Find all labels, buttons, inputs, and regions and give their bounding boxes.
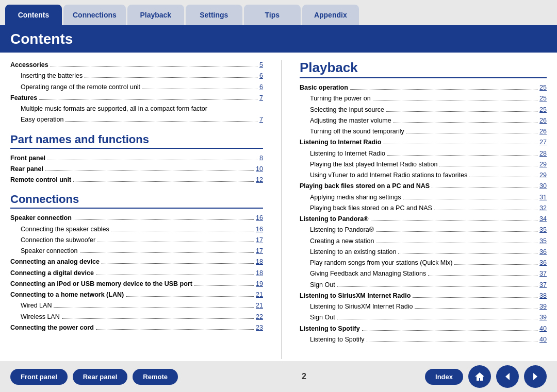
toc-features: Features 7: [10, 93, 263, 104]
divider: [281, 60, 282, 359]
toc-input-source: Selecting the input source 25: [300, 105, 547, 115]
toc-media-sharing: Applying media sharing settings 31: [300, 192, 547, 203]
right-column: Playback Basic operation 25 Turning the …: [300, 60, 547, 359]
section-connections: Connections: [10, 193, 263, 209]
page-number: 2: [183, 372, 425, 381]
toc-remote-control: Remote control unit 12: [10, 175, 263, 185]
toc-existing-station: Listening to an existing station 36: [300, 247, 547, 258]
page-header: Contents: [0, 27, 557, 53]
toc-rear-panel: Rear panel 10: [10, 164, 263, 175]
back-icon: [502, 371, 513, 382]
nav-icons: [468, 365, 547, 388]
toc-speaker-cables: Connecting the speaker cables 16: [10, 224, 263, 235]
toc-listen-radio: Listening to Internet Radio 28: [300, 148, 547, 159]
toc-pandora: Listening to Pandora® 34: [300, 214, 547, 225]
home-button[interactable]: [468, 365, 491, 388]
toc-listen-spotify: Listening to Spotify 40: [300, 334, 547, 345]
main-content: Accessories 5 Inserting the batteries 6 …: [0, 53, 557, 359]
toc-listen-sirius: Listening to SiriusXM Internet Radio 39: [300, 301, 547, 312]
toc-analog: Connecting an analog device 18: [10, 257, 263, 267]
toc-music-formats: Multiple music formats are supported, al…: [10, 104, 263, 114]
front-panel-button[interactable]: Front panel: [10, 369, 68, 385]
svg-marker-1: [533, 373, 537, 380]
toc-quick-mix: Play random songs from your stations (Qu…: [300, 258, 547, 268]
tab-tips[interactable]: Tips: [244, 5, 301, 25]
toc-sign-out-sirius: Sign Out 39: [300, 312, 547, 323]
toc-pc-nas: Playing back files stored on a PC and NA…: [300, 181, 547, 192]
top-toc: Accessories 5 Inserting the batteries 6 …: [10, 60, 263, 126]
footer: Front panel Rear panel Remote 2 Index: [0, 361, 557, 392]
index-button[interactable]: Index: [425, 369, 463, 385]
toc-spotify: Listening to Spotify 40: [300, 323, 547, 334]
left-column: Accessories 5 Inserting the batteries 6 …: [10, 60, 263, 359]
toc-speaker-conn2: Speaker connection 17: [10, 246, 263, 257]
svg-marker-0: [505, 373, 510, 380]
playback-title: Playback: [300, 60, 547, 78]
toc-basic-op: Basic operation 25: [300, 82, 547, 93]
toc-internet-radio: Listening to Internet Radio 27: [300, 137, 547, 148]
tab-settings[interactable]: Settings: [186, 5, 242, 25]
section-part-names: Part names and functions: [10, 133, 263, 149]
toc-remote-range: Operating range of the remote control un…: [10, 82, 263, 93]
toc-power-cord: Connecting the power cord 23: [10, 322, 263, 333]
tab-playback[interactable]: Playback: [127, 5, 184, 25]
connections-toc: Speaker connection 16 Connecting the spe…: [10, 213, 263, 333]
toc-playback-pc: Playing back files stored on a PC and NA…: [300, 203, 547, 214]
toc-digital: Connecting a digital device 18: [10, 268, 263, 279]
toc-last-played: Playing the last played Internet Radio s…: [300, 159, 547, 170]
back-button[interactable]: [496, 365, 519, 388]
toc-lan: Connecting to a home network (LAN) 21: [10, 289, 263, 300]
toc-accessories: Accessories 5: [10, 60, 263, 71]
rear-panel-button[interactable]: Rear panel: [73, 369, 127, 385]
toc-siriusxm: Listening to SiriusXM Internet Radio 38: [300, 291, 547, 301]
toc-sound-off: Turning off the sound temporarily 26: [300, 126, 547, 137]
forward-icon: [530, 371, 541, 382]
toc-subwoofer: Connection the subwoofer 17: [10, 235, 263, 246]
remote-button[interactable]: Remote: [133, 369, 178, 385]
toc-listen-pandora: Listening to Pandora® 35: [300, 225, 547, 235]
toc-ipod-usb: Connecting an iPod or USB memory device …: [10, 279, 263, 289]
part-names-toc: Front panel 8 Rear panel 10 Remote contr…: [10, 153, 263, 186]
toc-batteries: Inserting the batteries 6: [10, 71, 263, 81]
page-title: Contents: [10, 31, 547, 47]
tab-contents[interactable]: Contents: [5, 5, 62, 25]
toc-sign-out-pandora: Sign Out 37: [300, 280, 547, 291]
tab-appendix[interactable]: Appendix: [302, 5, 359, 25]
tab-bar: ContentsConnectionsPlaybackSettingsTipsA…: [0, 0, 557, 27]
toc-vtuner: Using vTuner to add Internet Radio stati…: [300, 170, 547, 181]
toc-power-on: Turning the power on 25: [300, 93, 547, 104]
toc-front-panel: Front panel 8: [10, 153, 263, 164]
forward-button[interactable]: [524, 365, 547, 388]
toc-master-vol: Adjusting the master volume 26: [300, 115, 547, 126]
toc-speaker-connection: Speaker connection 16: [10, 213, 263, 224]
toc-easy-op: Easy operation 7: [10, 114, 263, 125]
toc-wireless-lan: Wireless LAN 22: [10, 312, 263, 322]
toc-feedback: Giving Feedback and Managing Stations 37: [300, 268, 547, 279]
home-icon: [474, 371, 485, 382]
toc-wired-lan: Wired LAN 21: [10, 300, 263, 311]
toc-new-station: Creating a new station 35: [300, 236, 547, 247]
tab-connections[interactable]: Connections: [63, 5, 126, 25]
